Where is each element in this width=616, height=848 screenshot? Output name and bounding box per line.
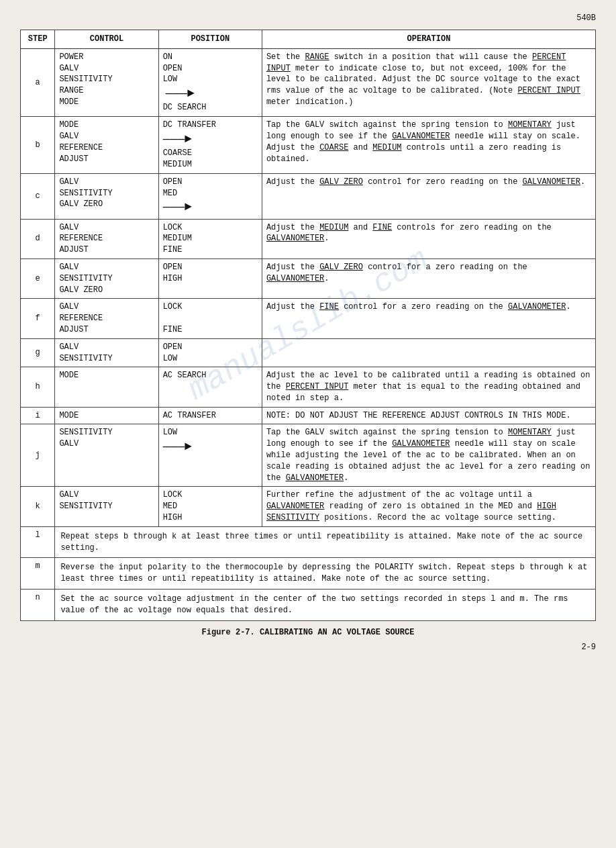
- col-header-control: CONTROL: [55, 30, 158, 49]
- table-row-step: e: [21, 258, 55, 298]
- col-header-step: STEP: [21, 30, 55, 49]
- table-row-span-text: Reverse the input polarity to the thermo…: [55, 558, 596, 590]
- figure-caption: Figure 2-7. CALIBRATING AN AC VOLTAGE SO…: [20, 628, 596, 637]
- table-row-step: m: [21, 558, 55, 590]
- table-row-operation: Adjust the GALV ZERO control for a zero …: [262, 258, 595, 298]
- table-row-position: OPENHIGH: [158, 258, 262, 298]
- table-row-position: ONOPENLOW———►DC SEARCH: [158, 48, 262, 116]
- table-row-control: GALVREFERENCEADJUST: [55, 219, 158, 258]
- table-row-operation: [262, 338, 595, 367]
- table-row-step: g: [21, 338, 55, 367]
- table-row-operation: Adjust the MEDIUM and FINE controls for …: [262, 219, 595, 258]
- table-row-step: c: [21, 173, 55, 219]
- table-row-step: d: [21, 219, 55, 258]
- table-row-step: b: [21, 117, 55, 174]
- table-row-step: j: [21, 424, 55, 487]
- col-header-position: POSITION: [158, 30, 262, 49]
- table-row-position: AC SEARCH: [158, 367, 262, 407]
- calibration-table: STEP CONTROL POSITION OPERATION a POWERG…: [20, 30, 596, 621]
- table-row-control: MODE: [55, 367, 158, 407]
- table-row-operation: NOTE: DO NOT ADJUST THE REFERENCE ADJUST…: [262, 407, 595, 424]
- table-row-position: LOCK FINE: [158, 299, 262, 338]
- table-row-control: GALVSENSITIVITYGALV ZERO: [55, 173, 158, 219]
- table-row-position: OPENMED———►: [158, 173, 262, 219]
- table-row-operation: Tap the GALV switch against the spring t…: [262, 117, 595, 174]
- table-row-control: GALVSENSITIVITYGALV ZERO: [55, 258, 158, 298]
- table-row-step: i: [21, 407, 55, 424]
- table-row-control: POWERGALVSENSITIVITYRANGEMODE: [55, 48, 158, 116]
- table-row-operation: Adjust the GALV ZERO control for zero re…: [262, 173, 595, 219]
- table-row-span-text: Set the ac source voltage adjustment in …: [55, 590, 596, 621]
- table-row-operation: Set the RANGE switch in a position that …: [262, 48, 595, 116]
- table-row-position: OPENLOW: [158, 338, 262, 367]
- table-row-step: h: [21, 367, 55, 407]
- table-row-control: MODE: [55, 407, 158, 424]
- table-row-operation: Tap the GALV switch against the spring t…: [262, 424, 595, 487]
- table-row-position: LOCKMEDIUMFINE: [158, 219, 262, 258]
- page-header: 540B: [20, 13, 596, 23]
- table-row-position: AC TRANSFER: [158, 407, 262, 424]
- table-row-control: GALVSENSITIVITY: [55, 338, 158, 367]
- table-row-control: MODEGALVREFERENCEADJUST: [55, 117, 158, 174]
- table-row-operation: Adjust the FINE control for a zero readi…: [262, 299, 595, 338]
- table-row-control: GALVSENSITIVITY: [55, 487, 158, 526]
- table-row-position: LOCKMEDHIGH: [158, 487, 262, 526]
- col-header-operation: OPERATION: [262, 30, 595, 49]
- table-row-step: k: [21, 487, 55, 526]
- table-row-operation: Adjust the ac level to be calibrated unt…: [262, 367, 595, 407]
- table-row-step: a: [21, 48, 55, 116]
- page-footer: 2-9: [20, 643, 596, 652]
- table-row-span-text: Repeat steps b through k at least three …: [55, 526, 596, 558]
- table-row-control: SENSITIVITYGALV: [55, 424, 158, 487]
- table-row-position: LOW———►: [158, 424, 262, 487]
- table-row-step: l: [21, 526, 55, 558]
- table-row-step: f: [21, 299, 55, 338]
- table-row-position: DC TRANSFER———►COARSEMEDIUM: [158, 117, 262, 174]
- table-row-step: n: [21, 590, 55, 621]
- table-row-control: GALVREFERENCEADJUST: [55, 299, 158, 338]
- table-row-operation: Further refine the adjustment of the ac …: [262, 487, 595, 526]
